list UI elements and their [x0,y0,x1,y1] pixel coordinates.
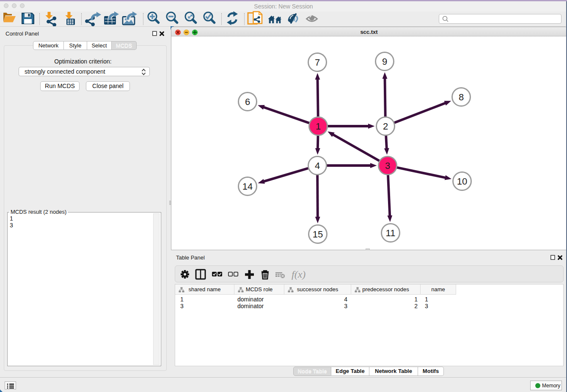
svg-text:3: 3 [385,160,390,171]
svg-text:11: 11 [386,228,396,238]
svg-text:10: 10 [457,176,467,187]
svg-text:2: 2 [383,121,388,132]
svg-text:1: 1 [316,121,321,132]
svg-text:6: 6 [245,97,250,107]
svg-text:9: 9 [382,56,387,67]
svg-text:7: 7 [315,57,320,68]
svg-text:15: 15 [313,229,323,240]
svg-text:14: 14 [242,181,253,192]
svg-text:f(x): f(x) [292,269,306,280]
svg-text:8: 8 [459,92,464,102]
svg-text:4: 4 [315,160,320,171]
